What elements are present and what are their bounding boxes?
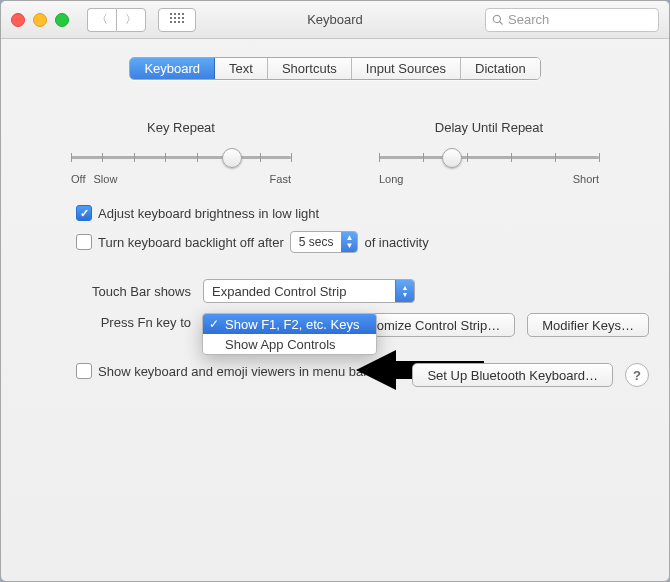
- titlebar: 〈 〉 Keyboard Search: [1, 1, 669, 39]
- show-all-button[interactable]: [158, 8, 196, 32]
- tab-dictation[interactable]: Dictation: [461, 58, 540, 79]
- touchbar-select[interactable]: Expanded Control Strip ▲▼: [203, 279, 415, 303]
- stepper-arrows-icon: ▲▼: [341, 232, 357, 252]
- touchbar-value: Expanded Control Strip: [204, 284, 395, 299]
- key-repeat-title: Key Repeat: [71, 120, 291, 135]
- backlight-off-suffix: of inactivity: [364, 235, 428, 250]
- fn-option-appcontrols[interactable]: Show App Controls: [203, 334, 376, 354]
- preferences-window: 〈 〉 Keyboard Search Keyboard Text Shortc…: [0, 0, 670, 582]
- tab-keyboard[interactable]: Keyboard: [130, 58, 215, 79]
- fn-option-fkeys[interactable]: Show F1, F2, etc. Keys: [203, 314, 376, 334]
- backlight-timeout-stepper[interactable]: 5 secs ▲▼: [290, 231, 359, 253]
- delay-slider[interactable]: [379, 145, 599, 175]
- tab-bar: Keyboard Text Shortcuts Input Sources Di…: [31, 57, 639, 80]
- tab-text[interactable]: Text: [215, 58, 268, 79]
- search-input[interactable]: Search: [485, 8, 659, 32]
- zoom-icon[interactable]: [55, 13, 69, 27]
- delay-block: Delay Until Repeat Long Short: [379, 120, 599, 185]
- forward-button[interactable]: 〉: [116, 8, 146, 32]
- touchbar-label: Touch Bar shows: [76, 284, 191, 299]
- show-viewers-label: Show keyboard and emoji viewers in menu …: [98, 364, 368, 379]
- tab-shortcuts[interactable]: Shortcuts: [268, 58, 352, 79]
- minimize-icon[interactable]: [33, 13, 47, 27]
- key-repeat-block: Key Repeat Off Slow Fast: [71, 120, 291, 185]
- nav-back-forward: 〈 〉: [87, 8, 146, 32]
- chevron-updown-icon: ▲▼: [395, 280, 414, 302]
- search-placeholder: Search: [508, 12, 549, 27]
- key-repeat-slider[interactable]: [71, 145, 291, 175]
- fn-key-dropdown[interactable]: Show F1, F2, etc. Keys Show App Controls: [202, 313, 377, 355]
- backlight-timeout-value: 5 secs: [291, 235, 342, 249]
- back-button[interactable]: 〈: [87, 8, 116, 32]
- help-button[interactable]: ?: [625, 363, 649, 387]
- close-icon[interactable]: [11, 13, 25, 27]
- fn-key-label: Press Fn key to: [76, 315, 191, 330]
- bluetooth-keyboard-button[interactable]: Set Up Bluetooth Keyboard…: [412, 363, 613, 387]
- window-controls: [11, 13, 69, 27]
- window-title: Keyboard: [307, 12, 363, 27]
- modifier-keys-button[interactable]: Modifier Keys…: [527, 313, 649, 337]
- show-viewers-checkbox[interactable]: [76, 363, 92, 379]
- delay-title: Delay Until Repeat: [379, 120, 599, 135]
- tab-input-sources[interactable]: Input Sources: [352, 58, 461, 79]
- grid-icon: [170, 13, 184, 27]
- backlight-off-prefix: Turn keyboard backlight off after: [98, 235, 284, 250]
- adjust-brightness-checkbox[interactable]: [76, 205, 92, 221]
- adjust-brightness-label: Adjust keyboard brightness in low light: [98, 206, 319, 221]
- backlight-off-checkbox[interactable]: [76, 234, 92, 250]
- search-icon: [492, 14, 504, 26]
